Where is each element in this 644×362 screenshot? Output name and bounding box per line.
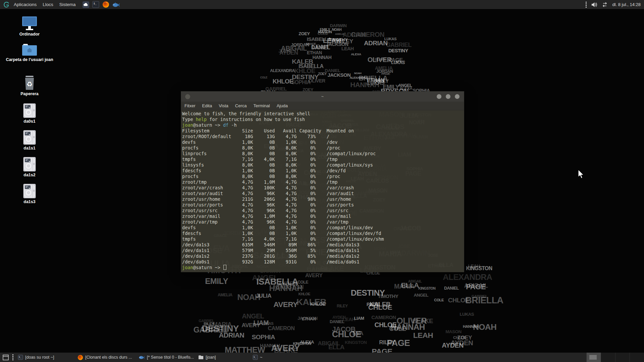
terminal-menu-edita[interactable]: Edita (199, 103, 216, 108)
desktop-icon-label: da1s2 (3, 173, 56, 177)
svg-text:$_: $_ (94, 2, 97, 5)
desktop-icon-label: da1s3 (3, 199, 56, 204)
window-title: ~ (181, 94, 464, 99)
bluefish-icon (139, 355, 145, 360)
home-folder-icon (3, 43, 56, 56)
taskbar-button-label: ~ (260, 355, 262, 360)
terminal-text: Welcome to fish, the friendly interactiv… (182, 111, 464, 270)
terminal-menu-terminal[interactable]: Terminal (250, 103, 273, 108)
terminal-window[interactable]: ~ FitxerEditaVistaCercaTerminalAjuda Wel… (181, 91, 464, 272)
folder-icon (198, 355, 204, 360)
fish-icon[interactable] (112, 1, 120, 9)
workspace-1[interactable] (586, 353, 601, 362)
drive-icon (3, 103, 56, 118)
terminal-menu-fitxer[interactable]: Fitxer (181, 103, 199, 108)
desktop-icon-da1s2[interactable]: da1s2 (3, 157, 56, 177)
ghostbsd-logo-icon[interactable] (2, 1, 11, 9)
taskbar-button-label: [* Sense títol 0 - Bluefis... (147, 355, 194, 360)
svg-text:♻: ♻ (26, 80, 33, 88)
desktop-icon-label: Carpeta de l'usuari joan (3, 57, 56, 62)
cloud-app-icon[interactable] (82, 1, 90, 9)
terminal-icon: $_ (18, 355, 23, 360)
taskbar-button-1[interactable]: $_[doas su root ~] (16, 353, 75, 361)
trash-icon: ♻ (3, 75, 56, 90)
drive-icon (3, 157, 56, 172)
desktop-icon-label: Ordinador (3, 32, 56, 37)
firefox-icon[interactable] (102, 1, 110, 9)
taskbar-grip-icon[interactable] (12, 354, 13, 360)
top-panel: AplicacionsLlocsSistema $_ dl. 8 jul., 1… (0, 0, 644, 9)
desktop-icon-paperera[interactable]: ♻Paperera (3, 75, 56, 96)
desktop-icon-da1s1[interactable]: da1s1 (3, 130, 56, 150)
drive-icon (3, 130, 56, 145)
terminal-content[interactable]: Welcome to fish, the friendly interactiv… (181, 110, 464, 272)
taskbar-button-2[interactable]: [Clonant els discs durs ... (75, 353, 137, 361)
taskbar-buttons: $_[doas su root ~][Clonant els discs dur… (16, 353, 275, 361)
terminal-icon[interactable]: $_ (92, 1, 100, 9)
desktop-icon-label: Paperera (3, 92, 56, 96)
menu-llocs[interactable]: Llocs (40, 0, 56, 9)
svg-text:$_: $_ (254, 356, 256, 358)
firefox-icon (77, 355, 83, 360)
menu-aplicacions[interactable]: Aplicacions (11, 0, 40, 9)
taskbar-button-label: [Clonant els discs durs ... (85, 355, 132, 360)
svg-text:$_: $_ (19, 356, 21, 358)
terminal-icon: $_ (253, 355, 258, 360)
taskbar-button-label: [joan] (206, 355, 216, 360)
show-desktop-button[interactable] (1, 353, 10, 361)
desktop-icon-da1s3[interactable]: da1s3 (3, 184, 56, 204)
desktop-icon-label: da1s1 (3, 146, 56, 150)
desktop-icon-carpeta-de-l-usuari-joan[interactable]: Carpeta de l'usuari joan (3, 43, 56, 62)
taskbar: $_[doas su root ~][Clonant els discs dur… (0, 353, 644, 362)
drive-icon (3, 184, 56, 198)
terminal-title-bar[interactable]: ~ (181, 92, 464, 102)
taskbar-button-3[interactable]: [* Sense títol 0 - Bluefis... (137, 353, 196, 361)
workspace-3[interactable] (615, 353, 630, 362)
terminal-menu-bar: FitxerEditaVistaCercaTerminalAjuda (181, 102, 464, 110)
workspace-4[interactable] (630, 353, 644, 362)
network-icon[interactable] (601, 2, 608, 7)
terminal-menu-vista[interactable]: Vista (215, 103, 232, 108)
panel-tray: dl. 8 jul., 14:28 (583, 0, 644, 9)
panel-launchers: $_ (81, 1, 121, 9)
taskbar-button-4[interactable]: [joan] (196, 353, 218, 361)
taskbar-button-label: [doas su root ~] (25, 355, 54, 360)
terminal-menu-cerca[interactable]: Cerca (232, 103, 250, 108)
computer-icon (3, 15, 56, 31)
terminal-menu-ajuda[interactable]: Ajuda (273, 103, 291, 108)
desktop-icon-da0s1[interactable]: da0s1 (3, 103, 56, 124)
workspace-window-thumb (589, 355, 597, 360)
workspace-2[interactable] (601, 353, 615, 362)
desktop-icon-ordinador[interactable]: Ordinador (3, 15, 56, 37)
terminal-cursor (223, 265, 226, 270)
workspace-pager (586, 353, 644, 362)
desktop-icon-label: da0s1 (3, 119, 56, 124)
tray-grip-icon[interactable] (586, 2, 587, 8)
volume-icon[interactable] (591, 2, 597, 8)
mouse-cursor (578, 169, 585, 181)
taskbar-button-5[interactable]: $_~ (251, 353, 275, 361)
panel-menus: AplicacionsLlocsSistema (11, 0, 79, 9)
menu-sistema[interactable]: Sistema (56, 0, 79, 9)
clock[interactable]: dl. 8 jul., 14:28 (612, 2, 641, 7)
